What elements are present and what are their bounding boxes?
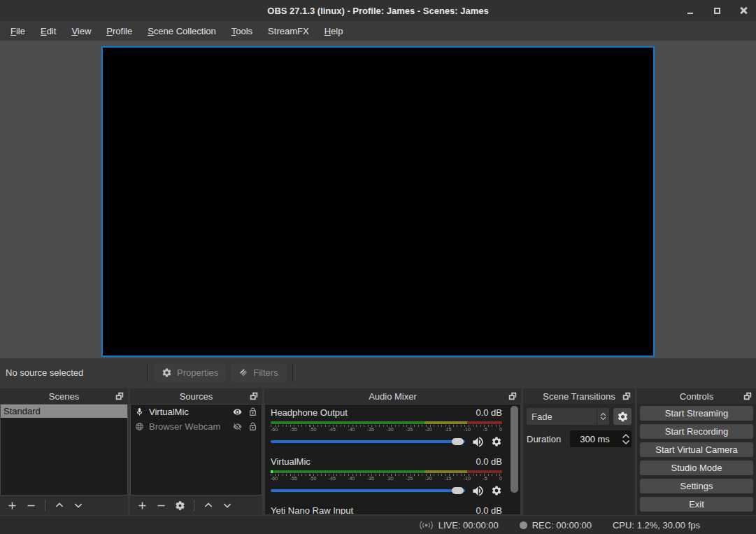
sources-list[interactable]: VirtualMic Browser Webcam	[130, 404, 262, 496]
mixer-channel-headphone-output: Headphone Output 0.0 dB -60-55-50-45-40-…	[271, 407, 502, 447]
tick-label: -10	[464, 476, 471, 482]
close-button[interactable]	[738, 5, 749, 16]
popout-icon	[249, 391, 259, 401]
channel-name: Headphone Output	[271, 407, 348, 418]
menu-streamfx[interactable]: StreamFX	[260, 23, 317, 39]
move-scene-up-button[interactable]	[53, 499, 66, 512]
gear-icon	[617, 411, 629, 423]
transition-selected-value: Fade	[527, 412, 597, 422]
scenes-header: Scenes	[0, 388, 128, 404]
sources-panel: Sources VirtualMic Browser Webcam	[130, 388, 262, 515]
tick-label: -50	[309, 427, 316, 433]
volume-slider[interactable]	[271, 489, 465, 492]
preview-canvas[interactable]	[101, 46, 655, 357]
menu-tools[interactable]: Tools	[224, 23, 260, 39]
volume-slider[interactable]	[271, 440, 465, 443]
volume-meter	[271, 421, 502, 424]
spin-down-icon[interactable]	[622, 440, 630, 445]
transition-properties-button[interactable]	[613, 408, 632, 425]
gear-icon[interactable]	[491, 436, 502, 447]
start-streaming-button[interactable]: Start Streaming	[640, 406, 753, 421]
menu-view[interactable]: View	[64, 23, 99, 39]
tick-label: -35	[367, 476, 374, 482]
start-recording-button[interactable]: Start Recording	[640, 424, 753, 439]
scenes-title: Scenes	[49, 391, 79, 402]
tick-label: -10	[464, 427, 471, 433]
add-scene-button[interactable]	[6, 499, 18, 512]
gear-icon	[162, 367, 172, 378]
audio-mixer-title: Audio Mixer	[369, 391, 417, 402]
sources-title: Sources	[180, 391, 213, 402]
menu-help[interactable]: Help	[317, 23, 351, 39]
duration-value: 300 ms	[570, 434, 620, 444]
tick-label: -60	[271, 476, 278, 482]
broadcast-icon	[419, 520, 434, 531]
record-dot-icon	[520, 521, 527, 529]
lock-open-icon[interactable]	[248, 407, 257, 416]
rec-time-text: REC: 00:00:00	[532, 520, 592, 531]
tick-label: -55	[290, 427, 297, 433]
source-row-browser-webcam[interactable]: Browser Webcam	[131, 419, 262, 434]
menu-edit[interactable]: Edit	[33, 23, 64, 39]
move-scene-down-button[interactable]	[72, 499, 85, 512]
move-source-down-button[interactable]	[221, 499, 234, 512]
scene-item-standard[interactable]: Standard	[1, 405, 127, 418]
scene-transitions-body: Fade Duration 300 ms	[523, 404, 635, 515]
source-properties-button[interactable]	[173, 499, 186, 512]
settings-button[interactable]: Settings	[640, 479, 753, 493]
duration-spinbox[interactable]: 300 ms	[570, 430, 632, 447]
properties-button[interactable]: Properties	[154, 363, 226, 382]
mixer-scrollbar[interactable]	[511, 406, 518, 493]
obs-main-window: OBS 27.1.3 (linux) - Profile: James - Sc…	[0, 0, 756, 534]
studio-mode-button[interactable]: Studio Mode	[640, 461, 753, 475]
title-bar: OBS 27.1.3 (linux) - Profile: James - Sc…	[0, 0, 756, 21]
spin-up-icon[interactable]	[622, 433, 630, 439]
duration-label: Duration	[527, 434, 566, 444]
menu-scene-collection[interactable]: Scene Collection	[140, 23, 224, 39]
exit-button[interactable]: Exit	[640, 497, 753, 512]
controls-panel: Controls Start Streaming Start Recording…	[637, 388, 756, 515]
maximize-button[interactable]	[711, 5, 722, 16]
channel-level: 0.0 dB	[476, 505, 502, 515]
gear-icon[interactable]	[491, 485, 502, 496]
source-row-virtualmic[interactable]: VirtualMic	[131, 405, 262, 419]
speaker-unmuted-icon[interactable]	[471, 484, 485, 498]
microphone-icon	[135, 407, 144, 416]
move-source-up-button[interactable]	[202, 499, 215, 512]
visibility-eye-off-icon[interactable]	[231, 422, 243, 431]
tick-label: -35	[367, 427, 374, 433]
add-source-button[interactable]	[136, 499, 148, 512]
properties-label: Properties	[177, 367, 218, 378]
rec-status: REC: 00:00:00	[520, 520, 592, 531]
window-controls	[685, 0, 749, 21]
tick-label: -5	[483, 476, 487, 482]
controls-title: Controls	[680, 391, 713, 402]
tick-label: -40	[348, 427, 355, 433]
visibility-eye-icon[interactable]	[231, 407, 243, 416]
lock-open-icon[interactable]	[248, 422, 257, 431]
channel-name: Yeti Nano Raw Input	[271, 505, 353, 515]
speaker-unmuted-icon[interactable]	[471, 435, 485, 449]
filters-button[interactable]: Filters	[230, 363, 285, 382]
workspace	[0, 41, 756, 358]
combo-spinner-icon[interactable]	[597, 408, 609, 425]
remove-scene-button[interactable]	[24, 499, 37, 512]
dock-area: Scenes Standard Sources	[0, 387, 756, 516]
volume-slider-handle[interactable]	[452, 438, 464, 445]
scenes-list[interactable]: Standard	[0, 404, 128, 496]
remove-source-button[interactable]	[155, 499, 167, 512]
sources-toolbar	[130, 496, 262, 515]
toolbar-separator	[292, 364, 293, 382]
volume-slider-handle[interactable]	[452, 487, 464, 494]
channel-name: VirtualMic	[271, 456, 311, 467]
tick-label: -60	[271, 427, 278, 433]
filter-icon	[238, 367, 248, 378]
volume-meter	[271, 470, 502, 473]
transition-select[interactable]: Fade	[527, 408, 609, 425]
source-status-text: No source selected	[6, 367, 143, 378]
meter-scale-labels: -60-55-50-45-40-35-30-25-20-15-10-50	[271, 427, 502, 433]
start-virtual-camera-button[interactable]: Start Virtual Camera	[640, 442, 753, 457]
menu-file[interactable]: File	[3, 23, 33, 39]
menu-profile[interactable]: Profile	[99, 23, 140, 39]
minimize-button[interactable]	[685, 5, 696, 16]
